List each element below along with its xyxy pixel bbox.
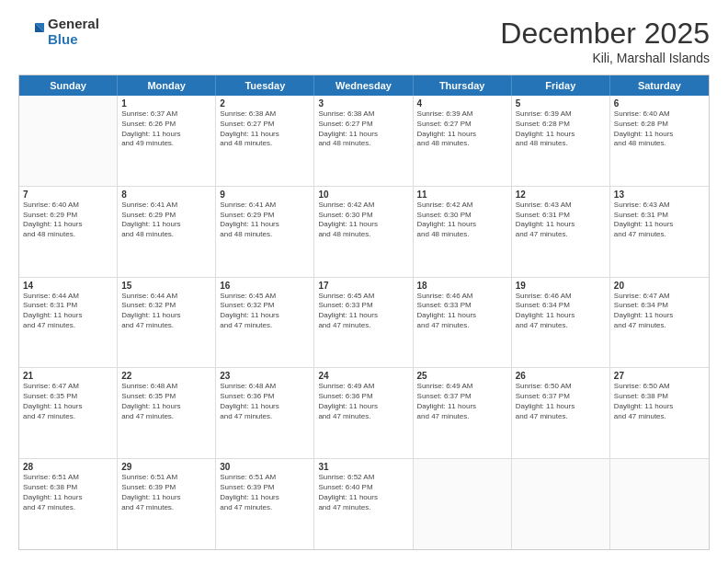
sunset-text: Sunset: 6:34 PM: [614, 301, 705, 311]
day-number: 3: [318, 98, 408, 109]
daylight-text: Daylight: 11 hours: [318, 402, 408, 412]
day-number: 2: [220, 98, 310, 109]
daylight-extra: and 47 minutes.: [417, 412, 507, 422]
day-number: 26: [516, 371, 606, 381]
cal-cell-2-7: 13Sunrise: 6:43 AMSunset: 6:31 PMDayligh…: [610, 187, 709, 277]
sunrise-text: Sunrise: 6:43 AM: [614, 201, 705, 211]
week-row-1: 1Sunrise: 6:37 AMSunset: 6:26 PMDaylight…: [19, 96, 709, 187]
cal-cell-5-5: [414, 459, 512, 549]
sunrise-text: Sunrise: 6:41 AM: [220, 201, 310, 211]
daylight-text: Daylight: 11 hours: [23, 493, 113, 503]
sunrise-text: Sunrise: 6:44 AM: [23, 292, 113, 302]
sunrise-text: Sunrise: 6:46 AM: [516, 292, 606, 302]
daylight-extra: and 47 minutes.: [23, 412, 113, 422]
sunrise-text: Sunrise: 6:49 AM: [318, 382, 408, 392]
cal-cell-4-6: 26Sunrise: 6:50 AMSunset: 6:37 PMDayligh…: [512, 368, 610, 458]
daylight-text: Daylight: 11 hours: [220, 402, 310, 412]
sunset-text: Sunset: 6:37 PM: [516, 392, 606, 402]
daylight-extra: and 48 minutes.: [23, 230, 113, 240]
sunset-text: Sunset: 6:27 PM: [417, 120, 507, 130]
sunrise-text: Sunrise: 6:38 AM: [220, 109, 310, 120]
daylight-text: Daylight: 11 hours: [318, 220, 408, 230]
cal-cell-3-4: 17Sunrise: 6:45 AMSunset: 6:33 PMDayligh…: [314, 278, 413, 368]
day-number: 10: [318, 190, 408, 200]
daylight-extra: and 48 minutes.: [318, 230, 408, 240]
location: Kili, Marshall Islands: [500, 51, 710, 65]
day-number: 30: [220, 462, 310, 472]
sunrise-text: Sunrise: 6:41 AM: [121, 201, 211, 211]
daylight-extra: and 48 minutes.: [220, 230, 310, 240]
sunset-text: Sunset: 6:29 PM: [23, 211, 113, 221]
cal-cell-5-2: 29Sunrise: 6:51 AMSunset: 6:39 PMDayligh…: [118, 459, 216, 549]
cal-cell-3-2: 15Sunrise: 6:44 AMSunset: 6:32 PMDayligh…: [118, 278, 216, 368]
sunrise-text: Sunrise: 6:51 AM: [23, 473, 113, 483]
day-number: 29: [121, 462, 211, 472]
sunset-text: Sunset: 6:32 PM: [220, 301, 310, 311]
header-day-monday: Monday: [118, 75, 216, 96]
cal-cell-4-4: 24Sunrise: 6:49 AMSunset: 6:36 PMDayligh…: [314, 368, 413, 458]
daylight-extra: and 47 minutes.: [220, 321, 310, 331]
title-block: December 2025 Kili, Marshall Islands: [500, 17, 710, 65]
daylight-extra: and 47 minutes.: [318, 412, 408, 422]
header-day-friday: Friday: [512, 75, 610, 96]
sunset-text: Sunset: 6:32 PM: [121, 301, 211, 311]
cal-cell-2-6: 12Sunrise: 6:43 AMSunset: 6:31 PMDayligh…: [512, 187, 610, 277]
sunset-text: Sunset: 6:36 PM: [318, 392, 408, 402]
sunset-text: Sunset: 6:28 PM: [516, 120, 606, 130]
sunrise-text: Sunrise: 6:45 AM: [318, 292, 408, 302]
daylight-extra: and 47 minutes.: [318, 503, 408, 513]
header-day-thursday: Thursday: [414, 75, 512, 96]
sunset-text: Sunset: 6:33 PM: [417, 301, 507, 311]
daylight-extra: and 47 minutes.: [516, 230, 606, 240]
day-number: 23: [220, 371, 310, 381]
cal-cell-4-2: 22Sunrise: 6:48 AMSunset: 6:35 PMDayligh…: [118, 368, 216, 458]
sunrise-text: Sunrise: 6:39 AM: [417, 109, 507, 120]
week-row-3: 14Sunrise: 6:44 AMSunset: 6:31 PMDayligh…: [19, 278, 709, 369]
sunrise-text: Sunrise: 6:45 AM: [220, 292, 310, 302]
daylight-extra: and 48 minutes.: [318, 139, 408, 149]
week-row-5: 28Sunrise: 6:51 AMSunset: 6:38 PMDayligh…: [19, 459, 709, 549]
daylight-text: Daylight: 11 hours: [121, 493, 211, 503]
day-number: 9: [220, 190, 310, 200]
cal-cell-1-7: 6Sunrise: 6:40 AMSunset: 6:28 PMDaylight…: [610, 96, 709, 186]
sunrise-text: Sunrise: 6:48 AM: [220, 382, 310, 392]
page: General Blue December 2025 Kili, Marshal…: [0, 0, 728, 563]
sunrise-text: Sunrise: 6:46 AM: [417, 292, 507, 302]
daylight-extra: and 47 minutes.: [220, 503, 310, 513]
sunrise-text: Sunrise: 6:50 AM: [614, 382, 705, 392]
cal-cell-1-5: 4Sunrise: 6:39 AMSunset: 6:27 PMDaylight…: [414, 96, 512, 186]
daylight-extra: and 47 minutes.: [614, 230, 705, 240]
day-number: 28: [23, 462, 113, 472]
week-row-2: 7Sunrise: 6:40 AMSunset: 6:29 PMDaylight…: [19, 187, 709, 278]
daylight-extra: and 47 minutes.: [614, 321, 705, 331]
daylight-text: Daylight: 11 hours: [121, 402, 211, 412]
sunrise-text: Sunrise: 6:40 AM: [23, 201, 113, 211]
cal-cell-5-7: [610, 459, 709, 549]
day-number: 1: [121, 98, 211, 109]
daylight-text: Daylight: 11 hours: [614, 130, 705, 140]
header-day-tuesday: Tuesday: [216, 75, 314, 96]
daylight-extra: and 47 minutes.: [23, 321, 113, 331]
sunrise-text: Sunrise: 6:39 AM: [516, 109, 606, 120]
sunset-text: Sunset: 6:27 PM: [220, 120, 310, 130]
day-number: 4: [417, 98, 507, 109]
daylight-text: Daylight: 11 hours: [121, 220, 211, 230]
daylight-extra: and 47 minutes.: [417, 321, 507, 331]
daylight-extra: and 47 minutes.: [220, 412, 310, 422]
header-day-saturday: Saturday: [610, 75, 709, 96]
cal-cell-5-3: 30Sunrise: 6:51 AMSunset: 6:39 PMDayligh…: [216, 459, 314, 549]
calendar: SundayMondayTuesdayWednesdayThursdayFrid…: [18, 75, 710, 550]
logo-general: General: [48, 17, 99, 32]
day-number: 19: [516, 281, 606, 291]
sunset-text: Sunset: 6:31 PM: [614, 211, 705, 221]
cal-cell-3-7: 20Sunrise: 6:47 AMSunset: 6:34 PMDayligh…: [610, 278, 709, 368]
daylight-text: Daylight: 11 hours: [417, 220, 507, 230]
day-number: 25: [417, 371, 507, 381]
sunset-text: Sunset: 6:37 PM: [417, 392, 507, 402]
sunset-text: Sunset: 6:29 PM: [121, 211, 211, 221]
daylight-extra: and 48 minutes.: [220, 139, 310, 149]
cal-cell-4-1: 21Sunrise: 6:47 AMSunset: 6:35 PMDayligh…: [19, 368, 118, 458]
sunset-text: Sunset: 6:31 PM: [516, 211, 606, 221]
logo-icon: [18, 19, 44, 45]
daylight-extra: and 47 minutes.: [318, 321, 408, 331]
